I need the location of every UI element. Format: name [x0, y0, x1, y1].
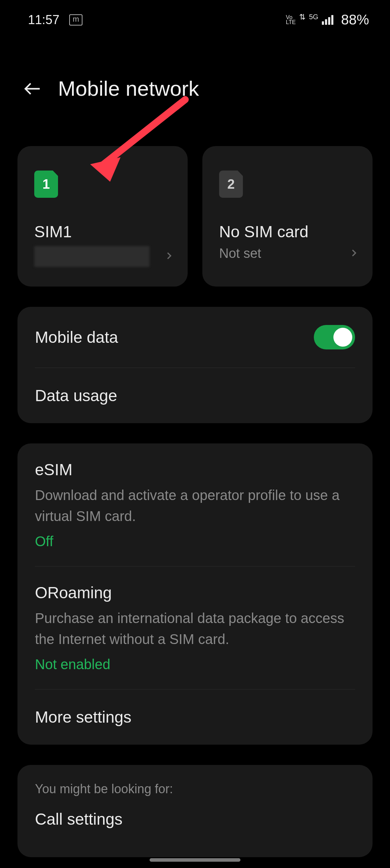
esim-description: Download and activate a operator profile…: [35, 485, 355, 527]
call-settings-row[interactable]: Call settings: [35, 799, 355, 847]
oroaming-description: Purchase an international data package t…: [35, 608, 355, 650]
esim-row[interactable]: eSIM Download and activate a operator pr…: [35, 443, 355, 566]
page-header: Mobile network: [0, 28, 390, 101]
data-settings-card: Mobile data Data usage: [17, 307, 373, 423]
chevron-right-icon: [165, 251, 174, 262]
sim-chip-icon: 1: [34, 171, 58, 198]
sim-cards-row: 1 SIM1 2 No SIM card Not set: [0, 101, 390, 287]
signal-bars-icon: [322, 15, 333, 25]
sim1-name: SIM1: [34, 222, 174, 241]
esim-roaming-card: eSIM Download and activate a operator pr…: [17, 443, 373, 745]
volte-icon: VoLTE: [286, 15, 296, 25]
mobile-data-label: Mobile data: [35, 328, 118, 347]
more-settings-row[interactable]: More settings: [35, 689, 355, 745]
mobile-data-row[interactable]: Mobile data: [35, 307, 355, 368]
esim-title: eSIM: [35, 460, 355, 479]
page-title: Mobile network: [58, 77, 199, 101]
mobile-data-toggle[interactable]: [314, 325, 355, 349]
suggestions-heading: You might be looking for:: [35, 765, 355, 799]
sim2-name: No SIM card: [219, 222, 359, 241]
m-app-icon: m: [69, 14, 82, 26]
battery-percent: 88%: [341, 12, 369, 28]
data-usage-label: Data usage: [35, 386, 117, 405]
sim2-status: Not set: [219, 246, 261, 261]
oroaming-row[interactable]: ORoaming Purchase an international data …: [35, 566, 355, 689]
suggestions-card: You might be looking for: Call settings: [17, 765, 373, 857]
call-settings-label: Call settings: [35, 810, 123, 829]
arrow-left-icon: [23, 79, 41, 99]
gesture-nav-bar[interactable]: [150, 858, 240, 862]
esim-status: Off: [35, 534, 355, 549]
chevron-right-icon: [349, 248, 359, 259]
oroaming-title: ORoaming: [35, 583, 355, 602]
network-type-icon: 5G: [309, 13, 318, 21]
sim1-carrier-redacted: [34, 246, 150, 267]
status-bar: 11:57 m VoLTE ⇅ 5G 88%: [0, 0, 390, 28]
more-settings-label: More settings: [35, 708, 131, 726]
sim-card-1[interactable]: 1 SIM1: [17, 146, 188, 287]
sim-chip-icon: 2: [219, 171, 243, 198]
data-usage-row[interactable]: Data usage: [35, 368, 355, 423]
oroaming-status: Not enabled: [35, 657, 355, 672]
sim-card-2[interactable]: 2 No SIM card Not set: [202, 146, 373, 287]
updown-arrows-icon: ⇅: [299, 13, 305, 22]
back-button[interactable]: [21, 78, 43, 100]
status-time: 11:57: [28, 13, 59, 27]
